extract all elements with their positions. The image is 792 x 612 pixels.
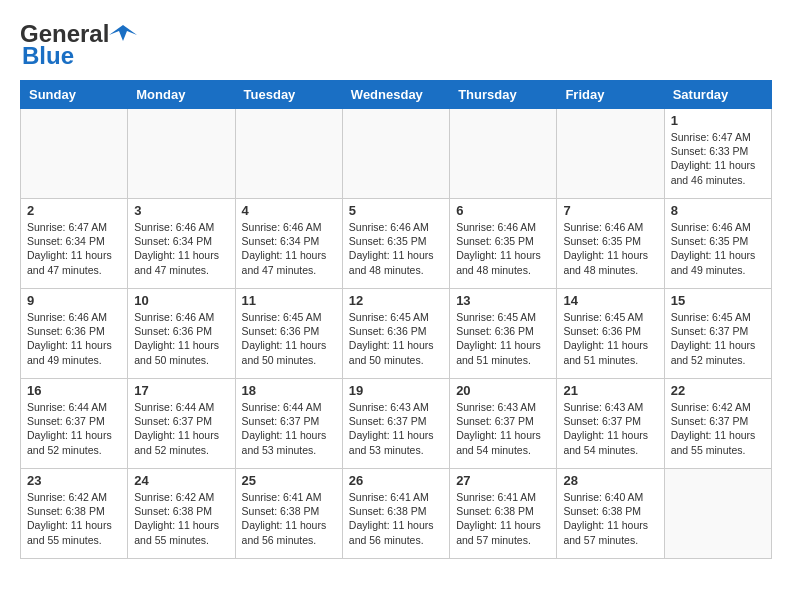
- day-header-monday: Monday: [128, 81, 235, 109]
- day-header-sunday: Sunday: [21, 81, 128, 109]
- logo-blue: Blue: [22, 42, 74, 70]
- day-info: Sunrise: 6:43 AM Sunset: 6:37 PM Dayligh…: [456, 400, 550, 457]
- day-number: 9: [27, 293, 121, 308]
- calendar-cell: 5Sunrise: 6:46 AM Sunset: 6:35 PM Daylig…: [342, 199, 449, 289]
- calendar-cell: [21, 109, 128, 199]
- day-number: 25: [242, 473, 336, 488]
- day-info: Sunrise: 6:42 AM Sunset: 6:38 PM Dayligh…: [27, 490, 121, 547]
- day-number: 7: [563, 203, 657, 218]
- calendar-cell: 10Sunrise: 6:46 AM Sunset: 6:36 PM Dayli…: [128, 289, 235, 379]
- calendar-cell: 18Sunrise: 6:44 AM Sunset: 6:37 PM Dayli…: [235, 379, 342, 469]
- calendar-cell: 28Sunrise: 6:40 AM Sunset: 6:38 PM Dayli…: [557, 469, 664, 559]
- day-number: 12: [349, 293, 443, 308]
- calendar-cell: 26Sunrise: 6:41 AM Sunset: 6:38 PM Dayli…: [342, 469, 449, 559]
- day-info: Sunrise: 6:41 AM Sunset: 6:38 PM Dayligh…: [242, 490, 336, 547]
- day-info: Sunrise: 6:42 AM Sunset: 6:38 PM Dayligh…: [134, 490, 228, 547]
- day-info: Sunrise: 6:45 AM Sunset: 6:36 PM Dayligh…: [563, 310, 657, 367]
- day-number: 13: [456, 293, 550, 308]
- calendar-cell: 11Sunrise: 6:45 AM Sunset: 6:36 PM Dayli…: [235, 289, 342, 379]
- day-info: Sunrise: 6:47 AM Sunset: 6:34 PM Dayligh…: [27, 220, 121, 277]
- day-info: Sunrise: 6:45 AM Sunset: 6:36 PM Dayligh…: [349, 310, 443, 367]
- calendar-cell: 4Sunrise: 6:46 AM Sunset: 6:34 PM Daylig…: [235, 199, 342, 289]
- day-info: Sunrise: 6:45 AM Sunset: 6:36 PM Dayligh…: [242, 310, 336, 367]
- calendar-cell: 8Sunrise: 6:46 AM Sunset: 6:35 PM Daylig…: [664, 199, 771, 289]
- calendar-week-row: 16Sunrise: 6:44 AM Sunset: 6:37 PM Dayli…: [21, 379, 772, 469]
- day-info: Sunrise: 6:46 AM Sunset: 6:35 PM Dayligh…: [563, 220, 657, 277]
- calendar-cell: 22Sunrise: 6:42 AM Sunset: 6:37 PM Dayli…: [664, 379, 771, 469]
- day-number: 23: [27, 473, 121, 488]
- day-header-thursday: Thursday: [450, 81, 557, 109]
- day-header-wednesday: Wednesday: [342, 81, 449, 109]
- calendar-cell: 25Sunrise: 6:41 AM Sunset: 6:38 PM Dayli…: [235, 469, 342, 559]
- calendar-header-row: SundayMondayTuesdayWednesdayThursdayFrid…: [21, 81, 772, 109]
- day-number: 22: [671, 383, 765, 398]
- logo-bird-icon: [109, 23, 137, 45]
- calendar-cell: 20Sunrise: 6:43 AM Sunset: 6:37 PM Dayli…: [450, 379, 557, 469]
- calendar-cell: 21Sunrise: 6:43 AM Sunset: 6:37 PM Dayli…: [557, 379, 664, 469]
- calendar-cell: [235, 109, 342, 199]
- calendar-week-row: 2Sunrise: 6:47 AM Sunset: 6:34 PM Daylig…: [21, 199, 772, 289]
- day-number: 1: [671, 113, 765, 128]
- day-number: 27: [456, 473, 550, 488]
- day-info: Sunrise: 6:42 AM Sunset: 6:37 PM Dayligh…: [671, 400, 765, 457]
- day-info: Sunrise: 6:46 AM Sunset: 6:34 PM Dayligh…: [134, 220, 228, 277]
- calendar-cell: 16Sunrise: 6:44 AM Sunset: 6:37 PM Dayli…: [21, 379, 128, 469]
- day-number: 18: [242, 383, 336, 398]
- calendar-cell: 17Sunrise: 6:44 AM Sunset: 6:37 PM Dayli…: [128, 379, 235, 469]
- day-number: 6: [456, 203, 550, 218]
- day-info: Sunrise: 6:46 AM Sunset: 6:34 PM Dayligh…: [242, 220, 336, 277]
- day-info: Sunrise: 6:46 AM Sunset: 6:35 PM Dayligh…: [671, 220, 765, 277]
- day-number: 21: [563, 383, 657, 398]
- calendar-cell: 27Sunrise: 6:41 AM Sunset: 6:38 PM Dayli…: [450, 469, 557, 559]
- calendar-cell: 19Sunrise: 6:43 AM Sunset: 6:37 PM Dayli…: [342, 379, 449, 469]
- calendar-cell: 23Sunrise: 6:42 AM Sunset: 6:38 PM Dayli…: [21, 469, 128, 559]
- day-number: 26: [349, 473, 443, 488]
- day-number: 28: [563, 473, 657, 488]
- svg-marker-0: [109, 25, 137, 41]
- day-info: Sunrise: 6:46 AM Sunset: 6:35 PM Dayligh…: [349, 220, 443, 277]
- day-info: Sunrise: 6:44 AM Sunset: 6:37 PM Dayligh…: [27, 400, 121, 457]
- day-info: Sunrise: 6:43 AM Sunset: 6:37 PM Dayligh…: [349, 400, 443, 457]
- day-info: Sunrise: 6:46 AM Sunset: 6:35 PM Dayligh…: [456, 220, 550, 277]
- calendar-cell: [450, 109, 557, 199]
- logo: General Blue: [20, 20, 137, 70]
- day-info: Sunrise: 6:44 AM Sunset: 6:37 PM Dayligh…: [134, 400, 228, 457]
- day-info: Sunrise: 6:43 AM Sunset: 6:37 PM Dayligh…: [563, 400, 657, 457]
- day-info: Sunrise: 6:40 AM Sunset: 6:38 PM Dayligh…: [563, 490, 657, 547]
- calendar-cell: 1Sunrise: 6:47 AM Sunset: 6:33 PM Daylig…: [664, 109, 771, 199]
- day-header-saturday: Saturday: [664, 81, 771, 109]
- calendar-week-row: 1Sunrise: 6:47 AM Sunset: 6:33 PM Daylig…: [21, 109, 772, 199]
- day-number: 2: [27, 203, 121, 218]
- day-number: 10: [134, 293, 228, 308]
- day-number: 20: [456, 383, 550, 398]
- calendar-cell: 15Sunrise: 6:45 AM Sunset: 6:37 PM Dayli…: [664, 289, 771, 379]
- calendar-cell: 3Sunrise: 6:46 AM Sunset: 6:34 PM Daylig…: [128, 199, 235, 289]
- day-info: Sunrise: 6:41 AM Sunset: 6:38 PM Dayligh…: [456, 490, 550, 547]
- day-info: Sunrise: 6:41 AM Sunset: 6:38 PM Dayligh…: [349, 490, 443, 547]
- calendar-cell: 24Sunrise: 6:42 AM Sunset: 6:38 PM Dayli…: [128, 469, 235, 559]
- day-number: 8: [671, 203, 765, 218]
- calendar-cell: 13Sunrise: 6:45 AM Sunset: 6:36 PM Dayli…: [450, 289, 557, 379]
- day-number: 24: [134, 473, 228, 488]
- day-number: 16: [27, 383, 121, 398]
- calendar-cell: 2Sunrise: 6:47 AM Sunset: 6:34 PM Daylig…: [21, 199, 128, 289]
- calendar-cell: 6Sunrise: 6:46 AM Sunset: 6:35 PM Daylig…: [450, 199, 557, 289]
- day-number: 14: [563, 293, 657, 308]
- day-header-friday: Friday: [557, 81, 664, 109]
- day-number: 15: [671, 293, 765, 308]
- calendar-cell: [342, 109, 449, 199]
- calendar-cell: 9Sunrise: 6:46 AM Sunset: 6:36 PM Daylig…: [21, 289, 128, 379]
- day-number: 17: [134, 383, 228, 398]
- calendar-cell: [128, 109, 235, 199]
- day-number: 3: [134, 203, 228, 218]
- calendar-cell: 14Sunrise: 6:45 AM Sunset: 6:36 PM Dayli…: [557, 289, 664, 379]
- calendar-cell: 7Sunrise: 6:46 AM Sunset: 6:35 PM Daylig…: [557, 199, 664, 289]
- day-header-tuesday: Tuesday: [235, 81, 342, 109]
- day-info: Sunrise: 6:45 AM Sunset: 6:37 PM Dayligh…: [671, 310, 765, 367]
- day-info: Sunrise: 6:44 AM Sunset: 6:37 PM Dayligh…: [242, 400, 336, 457]
- day-number: 11: [242, 293, 336, 308]
- day-info: Sunrise: 6:45 AM Sunset: 6:36 PM Dayligh…: [456, 310, 550, 367]
- day-info: Sunrise: 6:46 AM Sunset: 6:36 PM Dayligh…: [134, 310, 228, 367]
- day-number: 19: [349, 383, 443, 398]
- page-header: General Blue: [20, 20, 772, 70]
